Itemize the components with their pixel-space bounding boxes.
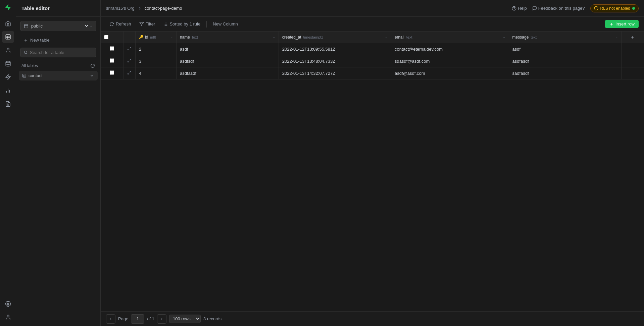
nav-table-editor-icon[interactable] — [2, 31, 14, 43]
table-item-contact[interactable]: contact — [19, 71, 98, 80]
row-checkbox-cell — [101, 55, 123, 67]
prev-page-icon — [109, 317, 113, 321]
col-name-type: text — [192, 35, 198, 39]
row-name[interactable]: asdfsdf — [177, 55, 279, 67]
row-message[interactable]: asdfasdf — [509, 55, 621, 67]
row-checkbox[interactable] — [110, 46, 114, 51]
top-bar-right: Help Feedback on this page? RLS not enab… — [512, 4, 639, 12]
rows-per-page-select[interactable]: 100 rows 500 rows 1000 rows — [169, 315, 201, 323]
refresh-button[interactable]: Refresh — [106, 20, 135, 28]
row-id[interactable]: 4 — [136, 67, 177, 79]
col-created-label: created_at — [282, 35, 301, 40]
main-content: sriram15's Org contact-page-demo Help Fe… — [101, 0, 644, 326]
sort-icon — [163, 22, 168, 26]
col-name-sort-icon: ⌄ — [273, 35, 275, 39]
row-expand-cell[interactable] — [123, 55, 136, 67]
nav-edge-functions-icon[interactable] — [2, 71, 14, 83]
row-message[interactable]: sadfasdf — [509, 67, 621, 79]
all-tables-header: All tables — [16, 61, 100, 70]
col-header-expand — [123, 32, 136, 43]
row-email[interactable]: contact@eternaldev.com — [391, 43, 509, 55]
row-created-at[interactable]: 2022-01-13T14:32:07.727Z — [279, 67, 391, 79]
svg-point-14 — [7, 315, 9, 317]
nav-docs-icon[interactable] — [2, 98, 14, 110]
col-message-type: text — [531, 35, 537, 39]
col-header-add[interactable] — [621, 32, 644, 43]
feedback-button[interactable]: Feedback on this page? — [532, 6, 585, 11]
select-all-checkbox[interactable] — [104, 35, 108, 39]
col-header-message[interactable]: message text ⌄ — [509, 32, 621, 43]
refresh-icon — [109, 22, 114, 26]
row-name[interactable]: asdf — [177, 43, 279, 55]
help-button[interactable]: Help — [512, 6, 527, 11]
page-number-input[interactable] — [131, 314, 144, 324]
row-id[interactable]: 2 — [136, 43, 177, 55]
new-table-button[interactable]: New table — [20, 35, 96, 45]
col-name-label: name — [180, 35, 190, 40]
breadcrumb-org[interactable]: sriram15's Org — [106, 6, 135, 11]
col-message-sort-icon: ⌄ — [615, 35, 618, 39]
search-icon — [24, 50, 28, 55]
col-header-name[interactable]: name text ⌄ — [177, 32, 279, 43]
col-header-email[interactable]: email text ⌄ — [391, 32, 509, 43]
insert-row-button[interactable]: Insert row — [605, 20, 639, 28]
refresh-label: Refresh — [116, 21, 131, 26]
search-table-input[interactable] — [30, 50, 93, 55]
page-label: Page — [118, 316, 128, 321]
row-id[interactable]: 3 — [136, 55, 177, 67]
schema-selector[interactable]: public — [20, 21, 96, 31]
row-email[interactable]: asdf@asdf.com — [391, 67, 509, 79]
row-checkbox-cell — [101, 67, 123, 79]
svg-line-46 — [128, 73, 129, 74]
col-id-label: id — [145, 35, 148, 40]
nav-home-icon[interactable] — [2, 17, 14, 30]
expand-row-icon — [127, 47, 131, 51]
col-header-id[interactable]: 🔑 id int8 ⌄ — [136, 32, 177, 43]
next-page-icon — [160, 317, 164, 321]
nav-storage-icon[interactable] — [2, 58, 14, 70]
rls-badge[interactable]: RLS not enabled — [590, 4, 639, 12]
table-row[interactable]: 2 asdf 2022-01-12T13:09:55.581Z contact@… — [101, 43, 644, 55]
nav-settings-icon[interactable] — [2, 298, 14, 310]
row-expand-cell[interactable] — [123, 67, 136, 79]
icon-rail — [0, 0, 16, 326]
toolbar-divider — [206, 21, 207, 28]
help-label: Help — [518, 6, 527, 11]
row-created-at[interactable]: 2022-01-12T13:09:55.581Z — [279, 43, 391, 55]
app-logo — [3, 3, 13, 12]
row-message[interactable]: asdf — [509, 43, 621, 55]
row-checkbox[interactable] — [110, 70, 114, 75]
svg-line-42 — [128, 49, 129, 50]
prev-page-button[interactable] — [106, 314, 115, 324]
table-row[interactable]: 3 asdfsdf 2022-01-13T13:48:04.733Z sdasd… — [101, 55, 644, 67]
col-header-created-at[interactable]: created_at timestamptz ⌄ — [279, 32, 391, 43]
schema-select[interactable]: public — [30, 23, 89, 29]
row-add — [621, 67, 644, 79]
row-created-at[interactable]: 2022-01-13T13:48:04.733Z — [279, 55, 391, 67]
svg-marker-0 — [5, 4, 11, 11]
sort-button[interactable]: Sorted by 1 rule — [160, 20, 204, 28]
table-icon — [22, 73, 27, 78]
feedback-icon — [532, 6, 537, 11]
refresh-tables-icon[interactable] — [90, 63, 95, 68]
nav-reports-icon[interactable] — [2, 85, 14, 97]
col-email-type: text — [406, 35, 412, 39]
new-column-button[interactable]: New Column — [209, 20, 241, 28]
page-of-label: of 1 — [147, 316, 154, 321]
svg-line-44 — [128, 61, 129, 62]
filter-button[interactable]: Filter — [136, 20, 159, 28]
next-page-button[interactable] — [157, 314, 166, 324]
sort-label: Sorted by 1 rule — [169, 21, 200, 26]
row-name[interactable]: asdfasdf — [177, 67, 279, 79]
help-icon — [512, 6, 516, 11]
nav-user-icon[interactable] — [2, 311, 14, 323]
row-checkbox[interactable] — [110, 58, 114, 63]
table-row[interactable]: 4 asdfasdf 2022-01-13T14:32:07.727Z asdf… — [101, 67, 644, 79]
row-email[interactable]: sdasdf@asdf.com — [391, 55, 509, 67]
insert-row-label: Insert row — [615, 21, 635, 26]
row-expand-cell[interactable] — [123, 43, 136, 55]
svg-point-13 — [7, 303, 9, 305]
nav-auth-icon[interactable] — [2, 44, 14, 56]
svg-rect-1 — [6, 35, 10, 39]
breadcrumb-chevron-icon — [137, 6, 142, 11]
